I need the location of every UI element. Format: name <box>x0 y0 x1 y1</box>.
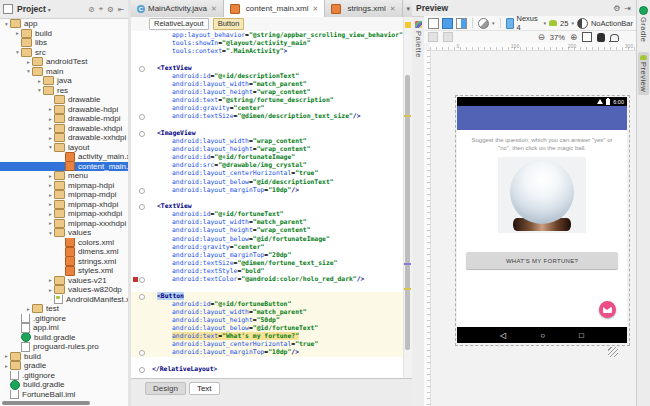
fold-marker-icon[interactable] <box>139 66 145 72</box>
chevron-right-icon[interactable]: ▸ <box>47 220 54 226</box>
fortune-button[interactable]: WHAT'S MY FORTUNE? <box>466 252 618 269</box>
code-line[interactable]: android:id="@+id/fortuneButton" <box>131 300 404 308</box>
tree-item[interactable]: build.gradle <box>0 380 128 390</box>
code-line[interactable]: android:id="@+id/fortuneText" <box>131 210 404 218</box>
tree-item[interactable]: ▸mipmap-xxxhdpi <box>0 219 128 229</box>
code-line[interactable]: android:layout_height="wrap_content" <box>131 88 404 96</box>
tree-item[interactable]: ▾layout <box>0 143 128 153</box>
tree-item[interactable]: strings.xml <box>0 257 128 267</box>
fold-marker-icon[interactable] <box>139 114 145 120</box>
tree-item[interactable]: ▾values <box>0 228 128 238</box>
close-icon[interactable]: ✕ <box>313 5 319 13</box>
tree-item[interactable]: colors.xml <box>0 238 128 248</box>
code-line[interactable]: <Button <box>131 292 404 300</box>
gradle-tool-tab[interactable]: Gradle <box>638 3 649 46</box>
theme-selector[interactable]: NoActionBar <box>591 19 633 28</box>
code-line[interactable]: android:layout_centerHorizontal="true" <box>131 169 404 177</box>
code-line[interactable] <box>131 357 404 365</box>
tree-item[interactable]: drawable <box>0 95 128 105</box>
chevron-right-icon[interactable]: ▸ <box>47 287 54 293</box>
tree-item[interactable]: ▾src <box>0 48 128 58</box>
code-line[interactable]: android:layout_width="wrap_content" <box>131 137 404 145</box>
tree-item[interactable]: ▸androidTest <box>0 57 128 67</box>
chevron-down-icon[interactable]: ▾ <box>3 21 10 27</box>
code-editor[interactable]: app:layout_behavior="@string/appbar_scro… <box>131 31 404 382</box>
code-line[interactable]: android:layout_width="match_parent" <box>131 218 404 226</box>
gear-icon[interactable]: ⚙ <box>611 4 622 13</box>
code-line[interactable]: android:text="@string/fortune_descriptio… <box>131 96 404 104</box>
preview-tool-tab[interactable]: Preview <box>638 52 649 95</box>
orientation-icon[interactable] <box>478 18 489 29</box>
chevron-right-icon[interactable]: ▸ <box>47 116 54 122</box>
chevron-right-icon[interactable]: ▸ <box>25 306 32 312</box>
design-view-icon[interactable] <box>428 18 439 29</box>
chevron-right-icon[interactable]: ▸ <box>3 353 10 359</box>
nav-back-icon[interactable]: ◁ <box>500 331 506 340</box>
warning-mark[interactable] <box>404 115 411 117</box>
editor-mode-tab-design[interactable]: Design <box>145 382 186 395</box>
chevron-right-icon[interactable]: ▸ <box>47 125 54 131</box>
code-line[interactable]: android:layout_marginTop="10dp"/> <box>131 348 404 356</box>
tree-item[interactable]: proguard-rules.pro <box>0 342 128 352</box>
breadcrumb-chip[interactable]: Button <box>213 18 245 30</box>
code-line[interactable]: android:gravity="center" <box>131 243 404 251</box>
editor-mode-tab-text[interactable]: Text <box>189 382 220 395</box>
tree-item[interactable]: ▾main <box>0 67 128 77</box>
chevron-right-icon[interactable]: ▸ <box>25 59 32 65</box>
code-line[interactable]: android:layout_centerHorizontal="true" <box>131 340 404 348</box>
crystal-ball-image[interactable] <box>498 157 586 233</box>
editor-tab[interactable]: content_main.xml✕ <box>224 0 326 17</box>
tree-item[interactable]: ▸menu <box>0 171 128 181</box>
code-line[interactable]: tools:showIn="@layout/activity_main" <box>131 39 404 47</box>
tree-item[interactable]: ▸build <box>0 352 128 362</box>
tree-item[interactable]: ▸mipmap-mdpi <box>0 190 128 200</box>
code-line[interactable]: android:layout_width="match_parent" <box>131 308 404 316</box>
tree-item[interactable]: AndroidManifest.xml <box>0 295 128 305</box>
fold-marker-icon[interactable] <box>139 131 145 137</box>
refresh-icon[interactable] <box>428 32 438 42</box>
tree-item[interactable]: ▸mipmap-xhdpi <box>0 200 128 210</box>
tree-item[interactable]: app.iml <box>0 323 128 333</box>
gear-icon[interactable]: ⚙ <box>106 5 115 14</box>
chevron-down-icon[interactable]: ▾ <box>571 20 574 26</box>
inspection-status-icon[interactable] <box>405 22 411 28</box>
code-line[interactable]: android:layout_height="wrap_content" <box>131 226 404 234</box>
chevron-right-icon[interactable]: ▸ <box>47 106 54 112</box>
tree-item[interactable]: .gitignore <box>0 314 128 324</box>
chevron-down-icon[interactable]: ▾ <box>47 230 54 236</box>
chevron-down-icon[interactable]: ▾ <box>25 68 32 74</box>
editor-tab[interactable]: CMainActivity.java✕ <box>131 0 224 17</box>
chevron-down-icon[interactable]: ▾ <box>47 144 54 150</box>
code-line[interactable]: android:textColor="@android:color/holo_r… <box>131 275 404 283</box>
code-line[interactable]: <ImageView <box>131 129 404 137</box>
preview-canvas[interactable]: 0100200300 6:00 Suggest the question, wh… <box>424 43 637 406</box>
device-screen[interactable]: 6:00 Suggest the question, which you can… <box>457 97 627 343</box>
fold-marker-icon[interactable] <box>139 277 145 283</box>
code-line[interactable]: android:textStyle="bold" <box>131 267 404 275</box>
zoom-to-fit-icon[interactable] <box>582 32 592 42</box>
breadcrumb-chip[interactable]: RelativeLayout <box>149 18 209 30</box>
chevron-right-icon[interactable]: ▸ <box>3 363 10 369</box>
tree-item[interactable]: libs <box>0 38 128 48</box>
chevron-right-icon[interactable]: ▸ <box>47 182 54 188</box>
chevron-down-icon[interactable]: ▾ <box>48 6 51 13</box>
editor-tab[interactable]: strings.xml✕ <box>325 0 402 17</box>
code-line[interactable]: android:textSize="@dimen/description_tex… <box>131 112 404 120</box>
tree-item[interactable]: styles.xml <box>0 266 128 276</box>
code-line[interactable]: android:text="What's my fortune?" <box>131 332 404 340</box>
tree-item[interactable]: ▸values-v21 <box>0 276 128 286</box>
device-selector[interactable]: Nexus 4 <box>517 14 541 32</box>
fab-button[interactable] <box>599 301 616 318</box>
dock-panel-icon[interactable]: ⇥ <box>622 4 633 13</box>
fold-marker-icon[interactable] <box>139 294 145 300</box>
code-line[interactable]: android:layout_height="50dp" <box>131 316 404 324</box>
render-options-icon[interactable] <box>443 32 453 42</box>
code-line[interactable] <box>131 55 404 63</box>
code-line[interactable]: android:textSize="@dimen/fortune_text_si… <box>131 259 404 267</box>
code-line[interactable]: android:layout_below="@id/fortunateImage… <box>131 235 404 243</box>
tree-item[interactable]: ▸drawable-xxhdpi <box>0 133 128 143</box>
code-line[interactable] <box>131 121 404 129</box>
zoom-out-icon[interactable]: ⊖ <box>538 33 545 41</box>
tree-item[interactable]: ▸mipmap-hdpi <box>0 181 128 191</box>
code-line[interactable]: android:layout_width="match_parent" <box>131 80 404 88</box>
